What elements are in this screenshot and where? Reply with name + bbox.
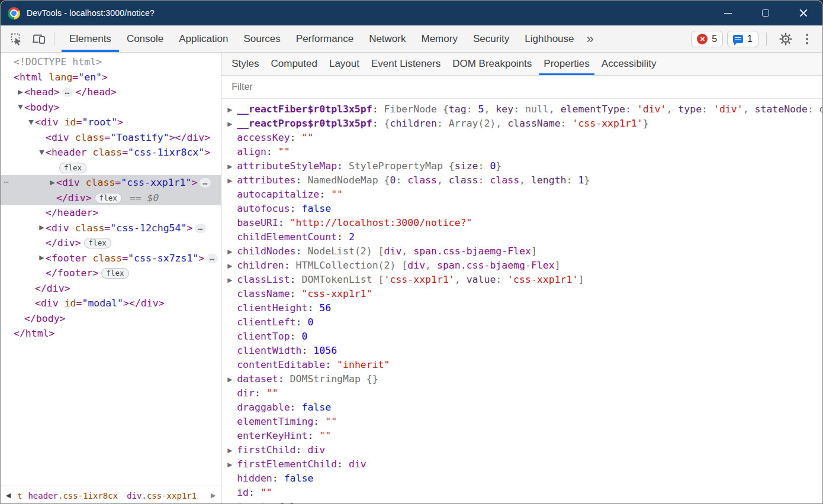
property-row[interactable]: className: "css-xxp1r1": [227, 287, 823, 301]
error-count-badge[interactable]: 5: [691, 31, 723, 47]
dom-tree-node[interactable]: ▶<head>…</head>: [1, 85, 221, 100]
close-button[interactable]: [785, 1, 822, 25]
dom-tree-node[interactable]: </header>: [1, 205, 221, 221]
sidebar-tab-computed[interactable]: Computed: [265, 53, 323, 75]
dom-tree-node[interactable]: ▼<div id="root">: [1, 115, 221, 130]
tab-elements[interactable]: Elements: [62, 25, 119, 52]
property-row[interactable]: ▶firstElementChild: div: [227, 457, 823, 471]
property-row[interactable]: ▶attributeStyleMap: StylePropertyMap {si…: [227, 159, 823, 173]
flex-badge[interactable]: flex: [59, 163, 86, 173]
collapsed-arrow-icon[interactable]: ▶: [227, 443, 237, 457]
expanded-arrow-icon[interactable]: ▼: [38, 145, 46, 160]
collapsed-arrow-icon[interactable]: ▶: [227, 102, 237, 117]
breadcrumb-scroll-left-button[interactable]: ◀: [1, 492, 16, 499]
collapsed-arrow-icon[interactable]: ▶: [227, 244, 237, 259]
tab-performance[interactable]: Performance: [288, 25, 361, 52]
dom-tree-node[interactable]: <!DOCTYPE html>: [1, 54, 221, 70]
settings-button[interactable]: [774, 28, 797, 50]
breadcrumb-item-clipped[interactable]: t: [17, 491, 22, 500]
property-row[interactable]: clientHeight: 56: [227, 301, 823, 315]
property-row[interactable]: ▶__reactProps$r0tpl3x5pf: {children: Arr…: [227, 117, 823, 131]
property-row[interactable]: id: "": [227, 486, 823, 500]
inspect-element-button[interactable]: [5, 28, 28, 50]
tab-sources[interactable]: Sources: [236, 25, 288, 52]
collapsed-arrow-icon[interactable]: ▶: [38, 250, 46, 266]
dom-tree-node[interactable]: </html>: [1, 326, 221, 341]
property-row[interactable]: clientLeft: 0: [227, 315, 823, 329]
dom-tree-node[interactable]: <html lang="en">: [1, 70, 221, 85]
flex-badge[interactable]: flex: [101, 268, 128, 279]
collapsed-arrow-icon[interactable]: ▶: [227, 457, 237, 471]
breadcrumb-item-div-css-xxp1r1[interactable]: div.css-xxp1r1: [127, 491, 197, 500]
tab-console[interactable]: Console: [119, 25, 171, 52]
property-row[interactable]: ▶attributes: NamedNodeMap {0: class, cla…: [227, 173, 823, 188]
property-row[interactable]: ▶firstChild: div: [227, 443, 823, 457]
sidebar-tab-accessibility[interactable]: Accessibility: [596, 53, 663, 75]
collapsed-arrow-icon[interactable]: ▶: [17, 85, 24, 100]
property-row[interactable]: ▶childNodes: NodeList(2) [div, span.css-…: [227, 244, 823, 259]
dom-tree-node[interactable]: ⋯▶<div class="css-xxp1r1">…: [1, 175, 221, 190]
expanded-arrow-icon[interactable]: ▼: [27, 115, 35, 130]
property-row[interactable]: hidden: false: [227, 471, 823, 486]
dom-tree-node[interactable]: </body>: [1, 311, 221, 327]
property-row[interactable]: clientWidth: 1056: [227, 344, 823, 358]
expand-ellipsis-icon[interactable]: …: [62, 88, 73, 97]
collapsed-arrow-icon[interactable]: ▶: [49, 175, 56, 190]
property-row[interactable]: align: "": [227, 145, 823, 159]
property-row[interactable]: autocapitalize: "": [227, 188, 823, 202]
property-row[interactable]: inert: false: [227, 500, 823, 504]
expanded-arrow-icon[interactable]: ▼: [17, 99, 24, 115]
property-row[interactable]: dir: "": [227, 386, 823, 400]
tab-lighthouse[interactable]: Lighthouse: [517, 25, 581, 52]
property-row[interactable]: accessKey: "": [227, 131, 823, 145]
dom-tree-node[interactable]: flex: [1, 160, 221, 176]
dom-tree-node[interactable]: </div>flex: [1, 235, 221, 251]
property-row[interactable]: draggable: false: [227, 400, 823, 415]
breadcrumb-item-header-css-1ixr8cx[interactable]: header.css-1ixr8cx: [28, 491, 118, 500]
more-tabs-button[interactable]: »: [582, 33, 599, 46]
node-menu-icon[interactable]: ⋯: [4, 175, 9, 190]
sidebar-tab-dom-breakpoints[interactable]: DOM Breakpoints: [446, 53, 538, 75]
breadcrumb-scroll-right-button[interactable]: ▶: [205, 492, 221, 499]
minimize-button[interactable]: [709, 1, 747, 25]
dom-tree-node[interactable]: </div>: [1, 281, 221, 296]
property-row[interactable]: contentEditable: "inherit": [227, 358, 823, 372]
property-row[interactable]: childElementCount: 2: [227, 230, 823, 244]
dom-tree-node[interactable]: <div id="modal"></div>: [1, 296, 221, 311]
property-row[interactable]: ▶__reactFiber$r0tpl3x5pf: FiberNode {tag…: [227, 102, 823, 117]
expand-ellipsis-icon[interactable]: …: [200, 178, 211, 188]
more-options-button[interactable]: [806, 38, 808, 40]
toggle-device-toolbar-button[interactable]: [28, 28, 50, 50]
collapsed-arrow-icon[interactable]: ▶: [227, 372, 237, 386]
property-row[interactable]: clientTop: 0: [227, 329, 823, 344]
collapsed-arrow-icon[interactable]: ▶: [227, 259, 237, 273]
collapsed-arrow-icon[interactable]: ▶: [227, 117, 237, 131]
property-row[interactable]: elementTiming: "": [227, 415, 823, 429]
property-row[interactable]: ▶children: HTMLCollection(2) [div, span.…: [227, 259, 823, 273]
collapsed-arrow-icon[interactable]: ▶: [227, 173, 237, 188]
property-row[interactable]: baseURI: "http://localhost:3000/notice?": [227, 216, 823, 230]
flex-badge[interactable]: flex: [84, 238, 111, 248]
tab-memory[interactable]: Memory: [413, 25, 465, 52]
property-row[interactable]: autofocus: false: [227, 202, 823, 216]
dom-tree-node[interactable]: ▶<footer class="css-sx7zs1">…: [1, 251, 221, 266]
tab-application[interactable]: Application: [171, 25, 236, 52]
dom-tree-node[interactable]: <div class="Toastify"></div>: [1, 130, 221, 146]
dom-tree-node[interactable]: ▼<body>: [1, 100, 221, 115]
collapsed-arrow-icon[interactable]: ▶: [38, 220, 46, 235]
collapsed-arrow-icon[interactable]: ▶: [227, 159, 237, 173]
sidebar-tab-layout[interactable]: Layout: [323, 53, 365, 75]
expand-ellipsis-icon[interactable]: …: [195, 224, 206, 233]
dom-tree-node[interactable]: ▶<div class="css-12chg54">…: [1, 221, 221, 236]
filter-input[interactable]: [232, 82, 823, 92]
tab-security[interactable]: Security: [465, 25, 517, 52]
sidebar-tab-styles[interactable]: Styles: [226, 53, 265, 75]
maximize-button[interactable]: [747, 1, 785, 25]
dom-tree-node[interactable]: </footer>flex: [1, 266, 221, 281]
property-row[interactable]: enterKeyHint: "": [227, 429, 823, 443]
issues-count-badge[interactable]: 1: [727, 31, 758, 47]
tab-network[interactable]: Network: [361, 25, 413, 52]
flex-badge[interactable]: flex: [95, 193, 122, 203]
dom-tree-node[interactable]: </div>flex== $0: [1, 190, 221, 206]
dom-tree-node[interactable]: ▼<header class="css-1ixr8cx">: [1, 145, 221, 160]
